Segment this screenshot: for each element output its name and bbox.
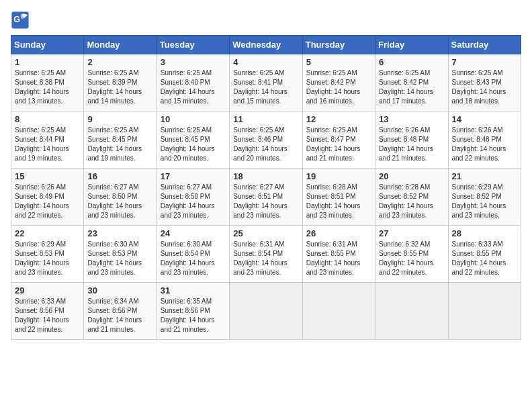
day-number: 23: [87, 228, 152, 238]
page-header: G: [11, 11, 521, 30]
day-info: Sunrise: 6:34 AM Sunset: 8:56 PM Dayligh…: [87, 297, 152, 334]
day-info: Sunrise: 6:25 AM Sunset: 8:39 PM Dayligh…: [87, 68, 152, 106]
day-info: Sunrise: 6:27 AM Sunset: 8:51 PM Dayligh…: [233, 183, 298, 220]
day-cell: 14 Sunrise: 6:26 AM Sunset: 8:48 PM Dayl…: [448, 111, 521, 169]
day-cell: 17 Sunrise: 6:27 AM Sunset: 8:50 PM Dayl…: [157, 169, 229, 226]
day-number: 10: [161, 114, 226, 124]
day-info: Sunrise: 6:32 AM Sunset: 8:55 PM Dayligh…: [379, 240, 444, 277]
day-cell: 18 Sunrise: 6:27 AM Sunset: 8:51 PM Dayl…: [230, 169, 302, 226]
day-cell: 30 Sunrise: 6:34 AM Sunset: 8:56 PM Dayl…: [84, 283, 157, 340]
svg-text:G: G: [13, 15, 20, 24]
day-cell: 8 Sunrise: 6:25 AM Sunset: 8:44 PM Dayli…: [11, 111, 84, 169]
day-number: 18: [233, 171, 298, 181]
day-cell: 3 Sunrise: 6:25 AM Sunset: 8:40 PM Dayli…: [157, 54, 229, 111]
day-number: 22: [15, 228, 80, 238]
day-info: Sunrise: 6:27 AM Sunset: 8:50 PM Dayligh…: [87, 183, 152, 220]
day-info: Sunrise: 6:29 AM Sunset: 8:52 PM Dayligh…: [452, 183, 517, 220]
week-row: 22 Sunrise: 6:29 AM Sunset: 8:53 PM Dayl…: [11, 226, 521, 283]
header-monday: Monday: [84, 36, 157, 54]
day-cell: 25 Sunrise: 6:31 AM Sunset: 8:54 PM Dayl…: [230, 226, 302, 283]
day-number: 12: [306, 114, 371, 124]
day-number: 19: [306, 171, 371, 181]
day-cell: 28 Sunrise: 6:33 AM Sunset: 8:55 PM Dayl…: [448, 226, 521, 283]
day-info: Sunrise: 6:25 AM Sunset: 8:47 PM Dayligh…: [306, 126, 371, 163]
day-cell: 12 Sunrise: 6:25 AM Sunset: 8:47 PM Dayl…: [302, 111, 375, 169]
day-number: 7: [452, 57, 517, 67]
day-info: Sunrise: 6:30 AM Sunset: 8:53 PM Dayligh…: [87, 240, 152, 277]
day-cell: 2 Sunrise: 6:25 AM Sunset: 8:39 PM Dayli…: [84, 54, 157, 111]
day-number: 4: [233, 57, 298, 67]
day-cell: 29 Sunrise: 6:33 AM Sunset: 8:56 PM Dayl…: [11, 283, 84, 340]
day-cell: 7 Sunrise: 6:25 AM Sunset: 8:43 PM Dayli…: [448, 54, 521, 111]
day-info: Sunrise: 6:25 AM Sunset: 8:41 PM Dayligh…: [233, 68, 298, 106]
empty-cell: [448, 283, 521, 340]
day-cell: 5 Sunrise: 6:25 AM Sunset: 8:42 PM Dayli…: [302, 54, 375, 111]
empty-cell: [230, 283, 302, 340]
day-info: Sunrise: 6:25 AM Sunset: 8:44 PM Dayligh…: [15, 126, 80, 163]
header-saturday: Saturday: [448, 36, 521, 54]
day-number: 24: [161, 228, 226, 238]
day-number: 3: [161, 57, 226, 67]
day-info: Sunrise: 6:31 AM Sunset: 8:55 PM Dayligh…: [306, 240, 371, 277]
day-number: 16: [87, 171, 152, 181]
header-tuesday: Tuesday: [157, 36, 229, 54]
day-info: Sunrise: 6:25 AM Sunset: 8:40 PM Dayligh…: [161, 68, 226, 106]
day-info: Sunrise: 6:26 AM Sunset: 8:48 PM Dayligh…: [452, 126, 517, 163]
day-number: 21: [452, 171, 517, 181]
day-number: 17: [161, 171, 226, 181]
day-cell: 6 Sunrise: 6:25 AM Sunset: 8:42 PM Dayli…: [375, 54, 448, 111]
day-cell: 22 Sunrise: 6:29 AM Sunset: 8:53 PM Dayl…: [11, 226, 84, 283]
day-cell: 23 Sunrise: 6:30 AM Sunset: 8:53 PM Dayl…: [84, 226, 157, 283]
day-info: Sunrise: 6:28 AM Sunset: 8:52 PM Dayligh…: [379, 183, 444, 220]
day-info: Sunrise: 6:26 AM Sunset: 8:49 PM Dayligh…: [15, 183, 80, 220]
day-cell: 16 Sunrise: 6:27 AM Sunset: 8:50 PM Dayl…: [84, 169, 157, 226]
header-thursday: Thursday: [302, 36, 375, 54]
day-info: Sunrise: 6:33 AM Sunset: 8:56 PM Dayligh…: [15, 297, 80, 334]
day-number: 30: [87, 285, 152, 295]
day-number: 6: [379, 57, 444, 67]
day-cell: 11 Sunrise: 6:25 AM Sunset: 8:46 PM Dayl…: [230, 111, 302, 169]
day-info: Sunrise: 6:33 AM Sunset: 8:55 PM Dayligh…: [452, 240, 517, 277]
day-info: Sunrise: 6:25 AM Sunset: 8:42 PM Dayligh…: [306, 68, 371, 106]
day-cell: 27 Sunrise: 6:32 AM Sunset: 8:55 PM Dayl…: [375, 226, 448, 283]
week-row: 8 Sunrise: 6:25 AM Sunset: 8:44 PM Dayli…: [11, 111, 521, 169]
day-cell: 9 Sunrise: 6:25 AM Sunset: 8:45 PM Dayli…: [84, 111, 157, 169]
day-number: 8: [15, 114, 80, 124]
day-number: 2: [87, 57, 152, 67]
day-cell: 13 Sunrise: 6:26 AM Sunset: 8:48 PM Dayl…: [375, 111, 448, 169]
logo-icon: G: [11, 11, 30, 30]
day-number: 28: [452, 228, 517, 238]
week-row: 15 Sunrise: 6:26 AM Sunset: 8:49 PM Dayl…: [11, 169, 521, 226]
day-number: 26: [306, 228, 371, 238]
day-number: 11: [233, 114, 298, 124]
header-row: Sunday Monday Tuesday Wednesday Thursday…: [11, 36, 521, 54]
day-cell: 19 Sunrise: 6:28 AM Sunset: 8:51 PM Dayl…: [302, 169, 375, 226]
day-number: 27: [379, 228, 444, 238]
day-cell: 15 Sunrise: 6:26 AM Sunset: 8:49 PM Dayl…: [11, 169, 84, 226]
day-cell: 4 Sunrise: 6:25 AM Sunset: 8:41 PM Dayli…: [230, 54, 302, 111]
calendar-table: Sunday Monday Tuesday Wednesday Thursday…: [11, 35, 521, 340]
day-info: Sunrise: 6:29 AM Sunset: 8:53 PM Dayligh…: [15, 240, 80, 277]
day-info: Sunrise: 6:25 AM Sunset: 8:45 PM Dayligh…: [87, 126, 152, 163]
day-number: 1: [15, 57, 80, 67]
day-info: Sunrise: 6:25 AM Sunset: 8:46 PM Dayligh…: [233, 126, 298, 163]
day-info: Sunrise: 6:26 AM Sunset: 8:48 PM Dayligh…: [379, 126, 444, 163]
day-info: Sunrise: 6:25 AM Sunset: 8:45 PM Dayligh…: [161, 126, 226, 163]
day-number: 14: [452, 114, 517, 124]
day-cell: 1 Sunrise: 6:25 AM Sunset: 8:38 PM Dayli…: [11, 54, 84, 111]
day-cell: 24 Sunrise: 6:30 AM Sunset: 8:54 PM Dayl…: [157, 226, 229, 283]
day-number: 13: [379, 114, 444, 124]
day-info: Sunrise: 6:25 AM Sunset: 8:38 PM Dayligh…: [15, 68, 80, 106]
week-row: 1 Sunrise: 6:25 AM Sunset: 8:38 PM Dayli…: [11, 54, 521, 111]
day-number: 20: [379, 171, 444, 181]
day-info: Sunrise: 6:31 AM Sunset: 8:54 PM Dayligh…: [233, 240, 298, 277]
header-sunday: Sunday: [11, 36, 84, 54]
week-row: 29 Sunrise: 6:33 AM Sunset: 8:56 PM Dayl…: [11, 283, 521, 340]
header-wednesday: Wednesday: [230, 36, 302, 54]
day-info: Sunrise: 6:28 AM Sunset: 8:51 PM Dayligh…: [306, 183, 371, 220]
day-info: Sunrise: 6:35 AM Sunset: 8:56 PM Dayligh…: [161, 297, 226, 334]
empty-cell: [375, 283, 448, 340]
header-friday: Friday: [375, 36, 448, 54]
day-info: Sunrise: 6:27 AM Sunset: 8:50 PM Dayligh…: [161, 183, 226, 220]
day-info: Sunrise: 6:25 AM Sunset: 8:43 PM Dayligh…: [452, 68, 517, 106]
